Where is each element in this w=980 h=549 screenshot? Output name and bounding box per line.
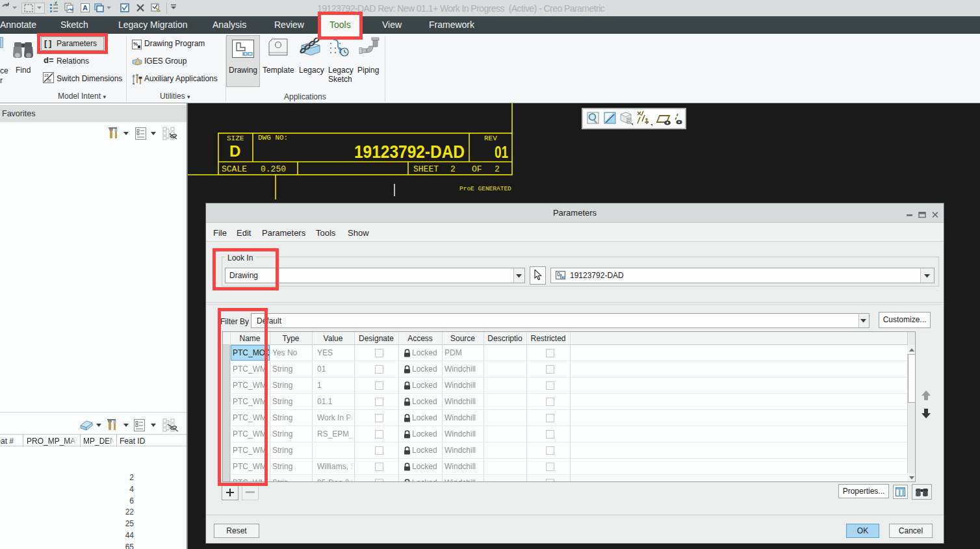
svg-text:2: 2 bbox=[450, 164, 456, 174]
svg-text:%: % bbox=[133, 41, 138, 47]
svg-text:19123792-DAD: 19123792-DAD bbox=[354, 142, 465, 162]
svg-text:D: D bbox=[229, 142, 240, 160]
svg-text:DWG NO:: DWG NO: bbox=[258, 134, 288, 142]
svg-text:01: 01 bbox=[495, 143, 508, 161]
svg-text:OF: OF bbox=[472, 164, 482, 174]
svg-text:A: A bbox=[83, 4, 88, 12]
svg-text:SCALE: SCALE bbox=[222, 164, 247, 174]
svg-text:0.250: 0.250 bbox=[261, 164, 286, 174]
svg-text:ProE GENERATED: ProE GENERATED bbox=[459, 185, 511, 192]
svg-text:fx: fx bbox=[47, 78, 51, 83]
svg-text:15: 15 bbox=[44, 73, 49, 77]
svg-text:SIZE: SIZE bbox=[227, 134, 244, 142]
svg-text:SHEET: SHEET bbox=[413, 164, 439, 174]
svg-text:REV: REV bbox=[484, 134, 497, 142]
svg-text:2: 2 bbox=[495, 164, 500, 174]
